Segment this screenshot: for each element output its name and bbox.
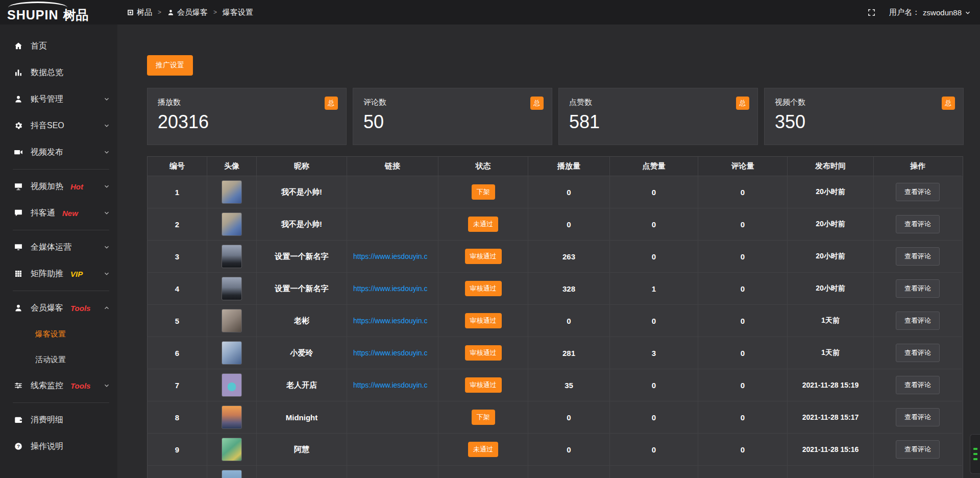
avatar (222, 277, 242, 300)
sidebar-item-video-heat[interactable]: 视频加热Hot (0, 173, 117, 200)
video-link[interactable]: https://www.iesdouyin.c (347, 241, 438, 273)
video-link[interactable] (347, 434, 438, 466)
floating-contact-widget[interactable] (970, 434, 980, 474)
sidebar-item-label: 视频发布 (31, 147, 63, 158)
chevron-down-icon (104, 123, 110, 129)
user-menu[interactable]: 用户名：zswodun88 (889, 8, 971, 17)
video-link[interactable] (347, 208, 438, 241)
avatar (222, 180, 242, 204)
topbar: SHUPIN 树品 树品>会员爆客>爆客设置 用户名：zswodun88 (0, 0, 980, 25)
sidebar-divider (13, 402, 109, 403)
sidebar: 首页数据总览账号管理抖音SEO视频发布视频加热Hot抖客通New全媒体运营矩阵助… (0, 25, 117, 478)
video-link[interactable] (347, 401, 438, 434)
publish-time-cell: 2021-11-28 15:17 (788, 401, 874, 434)
sidebar-subitem-label: 活动设置 (35, 355, 66, 365)
sidebar-item-expense-detail[interactable]: 消费明细 (0, 407, 117, 433)
stat-card-value: 350 (775, 111, 953, 133)
sidebar-item-account-manage[interactable]: 账号管理 (0, 86, 117, 112)
avatar (222, 470, 242, 478)
video-link[interactable] (347, 466, 438, 478)
stat-card-label: 点赞数 (569, 98, 747, 107)
sidebar-divider (13, 291, 109, 291)
publish-time-cell: 1天前 (788, 305, 874, 337)
sidebar-subitem-activity-settings[interactable]: 活动设置 (0, 347, 117, 372)
avatar (222, 309, 242, 332)
sidebar-subitem-label: 爆客设置 (35, 329, 66, 339)
sidebar-item-douyin-seo[interactable]: 抖音SEO (0, 112, 117, 139)
view-comments-button[interactable]: 查看评论 (896, 376, 940, 394)
username-value: zswodun88 (923, 8, 962, 17)
avatar-cell (207, 434, 257, 466)
logo-arc-icon (8, 2, 67, 8)
sidebar-subitem-burst-settings[interactable]: 爆客设置 (0, 321, 117, 347)
breadcrumb: 树品>会员爆客>爆客设置 (127, 8, 253, 17)
video-link[interactable]: https://www.iesdouyin.c (347, 305, 438, 337)
video-link[interactable]: https://www.iesdouyin.c (347, 337, 438, 369)
status-cell: 下架 (438, 401, 528, 434)
sidebar-item-video-publish[interactable]: 视频发布 (0, 139, 117, 165)
breadcrumb-item-burst-settings[interactable]: 爆客设置 (223, 8, 253, 17)
status-cell (438, 466, 528, 478)
comments-cell: 0 (698, 305, 788, 337)
view-comments-button[interactable]: 查看评论 (896, 408, 940, 426)
sidebar-item-member-burst[interactable]: 会员爆客Tools (0, 295, 117, 321)
publish-time-cell: 20小时前 (788, 273, 874, 305)
sidebar-item-douketong[interactable]: 抖客通New (0, 200, 117, 226)
publish-time-cell: 2021-11-28 15:19 (788, 369, 874, 401)
status-badge: 审核通过 (465, 377, 502, 393)
sidebar-item-home[interactable]: 首页 (0, 33, 117, 59)
plays-cell: 0 (528, 401, 610, 434)
breadcrumb-label: 树品 (137, 8, 152, 17)
status-badge: 审核通过 (465, 281, 502, 296)
row-number: 3 (148, 241, 207, 273)
video-link[interactable]: https://www.iesdouyin.c (347, 273, 438, 305)
sidebar-badge-tools: Tools (70, 304, 90, 313)
view-comments-button[interactable]: 查看评论 (896, 215, 940, 233)
sidebar-item-help-guide[interactable]: ?操作说明 (0, 433, 117, 460)
view-comments-button[interactable]: 查看评论 (896, 183, 940, 201)
view-comments-button[interactable]: 查看评论 (896, 344, 940, 362)
video-link[interactable] (347, 176, 438, 208)
video-link[interactable]: https://www.iesdouyin.c (347, 369, 438, 401)
view-comments-button[interactable]: 查看评论 (896, 247, 940, 266)
sidebar-item-label: 线索监控 (31, 380, 63, 391)
promo-settings-button[interactable]: 推广设置 (147, 55, 193, 76)
breadcrumb-separator: > (213, 9, 217, 16)
row-number: 9 (148, 434, 207, 466)
status-badge: 审核通过 (465, 313, 502, 328)
comments-cell: 0 (698, 176, 788, 208)
breadcrumb-item-member-burst[interactable]: 会员爆客 (167, 8, 208, 17)
sidebar-divider (13, 169, 109, 170)
row-number: 7 (148, 369, 207, 401)
sidebar-item-clue-monitor[interactable]: 线索监控Tools (0, 372, 117, 399)
user-icon (14, 94, 23, 104)
avatar (222, 341, 242, 365)
stat-card: 点赞数581总 (558, 88, 758, 145)
view-comments-button[interactable]: 查看评论 (896, 440, 940, 459)
question-circle-icon: ? (14, 442, 23, 451)
sidebar-item-all-media[interactable]: 全媒体运营 (0, 234, 117, 260)
sidebar-item-label: 视频加热 (31, 181, 63, 192)
chevron-down-icon (104, 210, 110, 216)
plays-cell: 0 (528, 305, 610, 337)
avatar-cell (207, 176, 257, 208)
sidebar-item-label: 抖客通 (31, 208, 55, 219)
view-comments-button[interactable]: 查看评论 (896, 279, 940, 298)
status-cell: 未通过 (438, 434, 528, 466)
table-row: 8Midnight下架0002021-11-28 15:17查看评论 (148, 401, 963, 434)
view-comments-button[interactable]: 查看评论 (896, 312, 940, 330)
sidebar-item-label: 抖音SEO (31, 121, 64, 131)
sidebar-item-matrix-boost[interactable]: 矩阵助推VIP (0, 260, 117, 287)
table-header-cell: 链接 (347, 157, 438, 176)
bar-chart-icon (14, 68, 23, 77)
plays-cell: 0 (528, 176, 610, 208)
chevron-down-icon (965, 10, 971, 16)
table-row: 6小爱玲https://www.iesdouyin.c审核通过281301天前查… (148, 337, 963, 369)
stat-card: 播放数20316总 (147, 88, 347, 145)
sidebar-item-data-overview[interactable]: 数据总览 (0, 59, 117, 86)
breadcrumb-item-shupin[interactable]: 树品 (127, 8, 152, 17)
nickname-cell: 设置一个新名字 (257, 273, 347, 305)
comments-cell: 0 (698, 401, 788, 434)
table-row: 4设置一个新名字https://www.iesdouyin.c审核通过32810… (148, 273, 963, 305)
fullscreen-icon[interactable] (867, 8, 876, 17)
